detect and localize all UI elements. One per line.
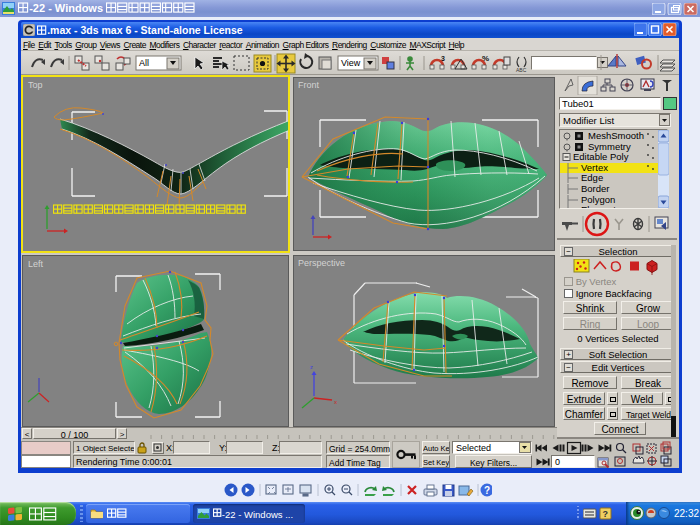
- svg-text:?: ?: [603, 509, 609, 519]
- svg-text:Perspective: Perspective: [298, 258, 345, 268]
- svg-text:View: View: [341, 58, 361, 68]
- svg-text:3: 3: [441, 55, 445, 62]
- svg-text:z: z: [310, 364, 313, 370]
- svg-text:%: %: [482, 54, 489, 63]
- svg-text:Front: Front: [298, 80, 320, 90]
- svg-text:All: All: [139, 58, 149, 68]
- svg-text:Top: Top: [28, 80, 43, 90]
- svg-text:ABC: ABC: [516, 67, 527, 73]
- svg-text:x: x: [334, 399, 337, 405]
- svg-text:?: ?: [484, 485, 490, 496]
- svg-text:Left: Left: [28, 259, 44, 269]
